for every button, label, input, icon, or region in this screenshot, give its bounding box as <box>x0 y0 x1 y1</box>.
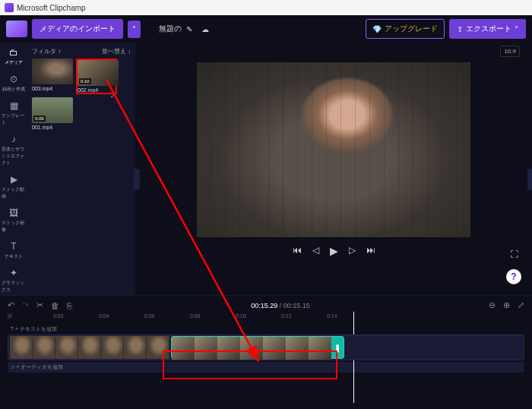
text-track-label[interactable]: T + テキストを追加 <box>8 324 524 334</box>
record-icon: ⊙ <box>8 74 20 84</box>
sidebar-item-stock-image[interactable]: 🖼ストック画像 <box>2 208 26 233</box>
text-icon: T <box>8 241 20 252</box>
cloud-sync-icon: ☁ <box>201 25 209 33</box>
preview-area: 16:9 ⏮ ◁ ▶ ▷ ⏭ ⛶ ? <box>135 43 532 295</box>
sidebar-item-templates[interactable]: ▦テンプレート <box>2 100 26 126</box>
upgrade-button[interactable]: 💎アップグレード <box>366 19 445 39</box>
edit-title-icon: ✎ <box>186 25 192 33</box>
sidebar-item-record[interactable]: ⊙録画と作成 <box>2 74 26 93</box>
sidebar-item-music[interactable]: ♪音楽とサウンドエフェクト <box>2 134 26 166</box>
graphics-icon: ✦ <box>8 268 20 278</box>
cut-icon[interactable]: ✂ <box>36 300 43 310</box>
filter-button[interactable]: フィルタ ↕ <box>32 47 61 55</box>
import-dropdown-button[interactable]: ˅ <box>128 21 141 38</box>
music-icon: ♪ <box>8 134 20 144</box>
folder-icon: 🗀 <box>8 47 20 58</box>
skip-end-icon[interactable]: ⏭ <box>366 245 375 257</box>
panel-collapse-left[interactable] <box>134 169 140 190</box>
frame-back-icon[interactable]: ◁ <box>312 245 319 257</box>
checkmark-icon: ✓ <box>110 93 116 100</box>
sidebar-item-stock-video[interactable]: ▶ストック動画 <box>2 174 26 200</box>
top-toolbar: メディアのインポート ˅ 無題の✎ ☁ 💎アップグレード ⇧エクスポート ˅ <box>0 15 532 43</box>
zoom-in-icon[interactable]: ⊕ <box>503 300 510 310</box>
playback-controls: ⏮ ◁ ▶ ▷ ⏭ <box>144 245 523 257</box>
import-media-button[interactable]: メディアのインポート <box>32 19 123 39</box>
fullscreen-icon[interactable]: ⛶ <box>510 249 518 258</box>
clipchamp-logo-icon <box>6 21 27 37</box>
redo-icon[interactable]: ↷ <box>22 300 29 310</box>
window-title: Microsoft Clipchamp <box>17 4 86 12</box>
annotation-highlight-timeline <box>163 350 337 379</box>
window-titlebar: Microsoft Clipchamp <box>0 0 532 15</box>
timeline-clip-1[interactable] <box>10 336 169 359</box>
sidebar-item-graphics[interactable]: ✦グラフィックス <box>2 268 26 293</box>
zoom-out-icon[interactable]: ⊖ <box>489 300 496 310</box>
frame-forward-icon[interactable]: ▷ <box>349 245 356 257</box>
help-button[interactable]: ? <box>506 269 521 284</box>
timeline: ↶ ↷ ✂ 🗑 ⎘ 00:15.29 / 00:15.15 ⊖ ⊕ ⤢ |0 0… <box>0 295 532 409</box>
left-sidebar: 🗀メディア ⊙録画と作成 ▦テンプレート ♪音楽とサウンドエフェクト ▶ストック… <box>0 43 27 295</box>
panel-collapse-right[interactable] <box>527 169 532 190</box>
fit-icon[interactable]: ⤢ <box>518 300 524 310</box>
media-panel: フィルタ ↕ 並べ替え ↓ 0:05 003.mp4 0:10 002.mp4 … <box>27 43 135 295</box>
delete-icon[interactable]: 🗑 <box>51 301 59 310</box>
upload-icon: ⇧ <box>457 25 463 33</box>
media-clip[interactable]: 0:09 001.mp4 <box>32 97 73 130</box>
sidebar-item-media[interactable]: 🗀メディア <box>2 47 26 66</box>
play-icon[interactable]: ▶ <box>330 245 338 257</box>
video-icon: ▶ <box>8 174 20 185</box>
diamond-icon: 💎 <box>372 25 382 33</box>
project-title[interactable]: 無題の✎ ☁ <box>159 24 209 34</box>
aspect-ratio-button[interactable]: 16:9 <box>500 46 520 57</box>
sidebar-item-text[interactable]: Tテキスト <box>2 241 26 260</box>
timecode: 00:15.29 / 00:15.15 <box>80 302 481 309</box>
media-clip-selected[interactable]: 0:10 002.mp4 ✓ <box>76 59 117 94</box>
export-button[interactable]: ⇧エクスポート ˅ <box>449 19 526 39</box>
template-icon: ▦ <box>8 100 20 111</box>
sort-button[interactable]: 並べ替え ↓ <box>102 47 131 55</box>
video-preview[interactable] <box>197 62 470 237</box>
split-icon[interactable]: ⎘ <box>67 301 72 310</box>
image-icon: 🖼 <box>8 208 20 218</box>
media-clip[interactable]: 0:05 003.mp4 <box>32 59 73 94</box>
undo-icon[interactable]: ↶ <box>8 300 14 310</box>
timeline-ruler[interactable]: |0 0:02 0:04 0:06 0:08 0:10 0:12 0:14 <box>8 313 524 324</box>
skip-start-icon[interactable]: ⏮ <box>293 245 302 257</box>
app-icon <box>5 3 14 12</box>
